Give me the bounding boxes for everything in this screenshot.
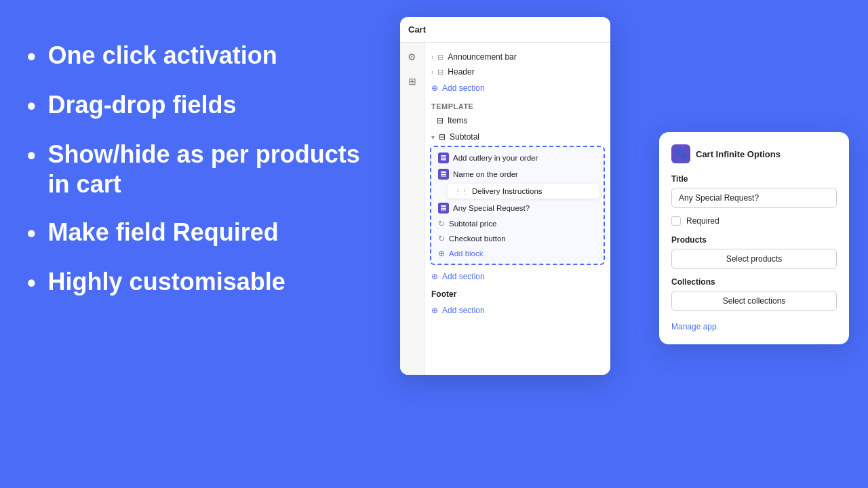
options-panel-header: 🐾 Cart Infinite Options [671,144,837,163]
bullet-dot-4: • [27,219,36,248]
items-row[interactable]: ⊟ Items [425,113,610,128]
plus-icon-block: ⊕ [438,249,445,258]
header-row[interactable]: › ⊟ Header [425,64,610,79]
logo-emoji: 🐾 [675,148,687,159]
add-section-button-top[interactable]: ⊕ Add section [425,79,610,97]
delivery-instructions-item[interactable]: ⋮⋮ Delivery Instructions [448,184,599,199]
drag-handle-icon: ⋮⋮ [454,188,468,195]
delivery-instructions-label: Delivery Instructions [472,187,542,195]
bullet-text-2: Drag-drop fields [48,90,237,119]
checkout-button-label: Checkout button [449,235,506,243]
special-block-icon [438,203,449,214]
plus-icon-3: ⊕ [431,306,438,315]
add-section-label-footer: Add section [442,306,485,315]
special-request-label: Any Special Request? [453,204,530,212]
svg-rect-2 [441,159,446,161]
required-row: Required [671,216,837,226]
checkout-icon: ↻ [438,234,445,243]
left-panel: • One click activation • Drag-drop field… [27,41,366,317]
header-label: Header [448,67,474,77]
grid-icon-2: ⊟ [437,68,443,77]
bullet-text-1: One click activation [48,41,277,70]
svg-rect-0 [441,155,446,157]
bullet-customisable: • Highly customisable [27,267,366,298]
bullet-dot-1: • [27,42,36,71]
subtotal-grid-icon: ⊟ [439,132,446,142]
footer-header: Footer [425,285,610,302]
cutlery-label: Add cutlery in your order [453,154,538,162]
subtotal-blocks: Add cutlery in your order Name on the or… [430,146,605,265]
cutlery-block-icon [438,152,449,163]
add-section-button-mid[interactable]: ⊕ Add section [425,268,610,285]
app-logo: 🐾 [671,144,690,163]
items-grid-icon: ⊟ [437,116,443,125]
bullet-dot-5: • [27,268,36,298]
select-products-button[interactable]: Select products [671,249,837,269]
chevron-right-icon-2: › [431,68,433,76]
add-section-button-footer[interactable]: ⊕ Add section [425,302,610,319]
bullet-one-click: • One click activation [27,41,366,71]
bullet-text-3: Show/hide as per products in cart [48,140,366,198]
products-label: Products [671,235,837,245]
footer-label: Footer [431,289,456,299]
plus-icon-1: ⊕ [431,83,438,93]
bullet-drag-drop: • Drag-drop fields [27,90,366,121]
chevron-down-icon: ▾ [431,134,435,141]
svg-rect-6 [441,205,446,207]
block-subtotal-price[interactable]: ↻ Subtotal price [431,216,604,231]
svg-rect-8 [441,209,446,211]
title-input[interactable] [671,188,837,208]
plus-icon-2: ⊕ [431,272,438,281]
required-label: Required [686,216,719,226]
gear-icon[interactable]: ⚙ [405,49,420,64]
add-block-button[interactable]: ⊕ Add block [431,246,604,261]
bullet-show-hide: • Show/hide as per products in cart [27,140,366,198]
items-label: Items [448,116,467,125]
svg-rect-7 [441,208,446,209]
editor-panel: Cart ⚙ ⊞ › ⊟ Announcement bar › ⊟ Header… [400,17,610,375]
chevron-right-icon: › [431,54,433,61]
bullet-text-4: Make field Required [48,218,279,247]
layout-icon[interactable]: ⊞ [405,74,420,89]
required-checkbox[interactable] [671,216,681,226]
template-header: Template [425,97,610,113]
select-collections-button[interactable]: Select collections [671,291,837,311]
name-order-label: Name on the order [453,170,518,178]
block-special-request[interactable]: Any Special Request? [431,200,604,216]
svg-rect-3 [441,171,446,173]
sidebar-icons: ⚙ ⊞ [400,43,425,375]
manage-app-link[interactable]: Manage app [671,322,717,331]
collections-label: Collections [671,277,837,287]
options-panel: 🐾 Cart Infinite Options Title Required P… [659,132,849,344]
announcement-bar-label: Announcement bar [448,52,516,62]
app-title: Cart Infinite Options [696,149,781,159]
editor-content: › ⊟ Announcement bar › ⊟ Header ⊕ Add se… [425,43,610,375]
template-label: Template [431,102,473,110]
editor-top-bar: Cart [400,17,610,43]
cart-label: Cart [408,24,426,35]
title-field-label: Title [671,174,837,184]
grid-icon: ⊟ [437,53,443,62]
add-block-label: Add block [449,249,484,258]
block-cutlery[interactable]: Add cutlery in your order [431,150,604,166]
subtotal-price-label: Subtotal price [449,220,496,228]
name-block-icon [438,169,449,180]
subtotal-label: Subtotal [450,132,479,142]
add-section-label-mid: Add section [442,272,485,281]
subtotal-header-row[interactable]: ▾ ⊟ Subtotal [425,129,610,144]
editor-sidebar: ⚙ ⊞ › ⊟ Announcement bar › ⊟ Header ⊕ Ad… [400,43,610,375]
svg-rect-1 [441,158,446,159]
bullet-text-5: Highly customisable [48,267,285,296]
block-name-order[interactable]: Name on the order [431,166,604,182]
subtotal-section: ▾ ⊟ Subtotal [425,128,610,268]
svg-rect-5 [441,176,446,177]
announcement-bar-row[interactable]: › ⊟ Announcement bar [425,49,610,64]
bullet-required: • Make field Required [27,218,366,248]
bullet-dot-2: • [27,92,36,121]
add-section-label-top: Add section [442,83,485,93]
svg-rect-4 [441,174,446,176]
bullet-dot-3: • [27,141,36,170]
refresh-icon: ↻ [438,219,445,228]
block-checkout-button[interactable]: ↻ Checkout button [431,231,604,246]
